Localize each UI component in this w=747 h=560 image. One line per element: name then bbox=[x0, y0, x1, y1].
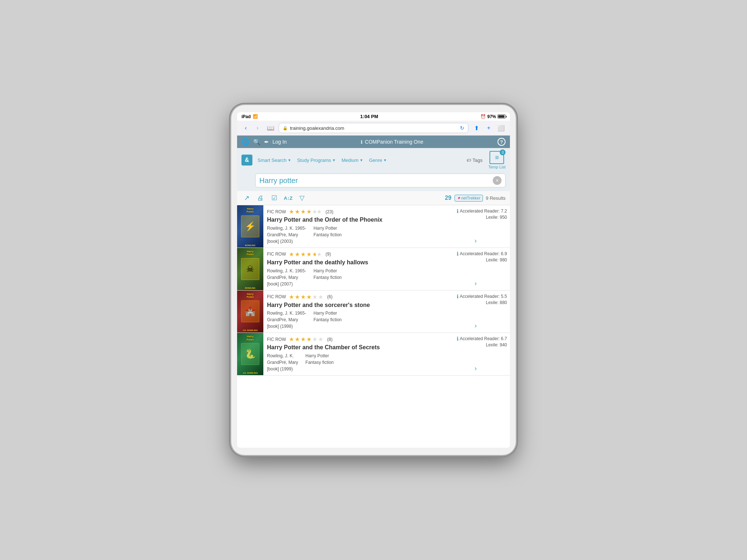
cover-brand-2: ROWLING bbox=[237, 287, 263, 289]
study-programs-filter[interactable]: Study Programs ▼ bbox=[295, 157, 338, 164]
print-button[interactable]: 🖨 bbox=[255, 193, 266, 203]
share-button[interactable]: ⬆ bbox=[471, 123, 481, 133]
result-top-4: FIC ROW ★ ★ ★ ★ ★ ★ (8) bbox=[267, 336, 441, 343]
author-4: Rowling, J. K. bbox=[267, 353, 298, 359]
nettrekker-badge[interactable]: ✦ netTrekker bbox=[454, 195, 483, 202]
temp-list-icon: ≡ 0 bbox=[489, 151, 504, 164]
genre-filter[interactable]: Genre ▼ bbox=[367, 157, 389, 164]
star-4-5: ★ bbox=[312, 336, 317, 343]
lexile-1: Lexile: 950 bbox=[486, 215, 507, 220]
result-meta-2: Rowling, J. K. 1965- GrandPré, Mary [boo… bbox=[267, 268, 441, 287]
reload-button[interactable]: ↻ bbox=[460, 125, 464, 131]
smart-search-arrow: ▼ bbox=[287, 158, 291, 162]
star-2-3: ★ bbox=[301, 251, 306, 258]
chevron-right-2[interactable]: › bbox=[475, 280, 477, 287]
meta-col-series-2: Harry Potter Fantasy fiction bbox=[313, 268, 341, 287]
stars-3: ★ ★ ★ ★ ★ ★ bbox=[289, 293, 323, 300]
translate-icon[interactable]: ✒ bbox=[264, 139, 269, 145]
review-count-4: (8) bbox=[327, 337, 333, 342]
search-input[interactable] bbox=[259, 176, 493, 185]
star-3-1: ★ bbox=[289, 293, 294, 300]
filter-button[interactable]: ▽ bbox=[297, 193, 307, 203]
browser-actions: ⬆ + ⬜ bbox=[471, 123, 506, 133]
result-top-1: FIC ROW ★ ★ ★ ★ ★ ★ (23) bbox=[267, 208, 441, 215]
meta-col-author-3: Rowling, J. K. 1965- GrandPre, Mary [boo… bbox=[267, 310, 306, 330]
result-item-3[interactable]: HarryPotter 🏰 J.K. ROWLING FIC ROW ★ ★ bbox=[237, 291, 510, 333]
lexile-2: Lexile: 980 bbox=[486, 257, 507, 262]
header-search-icon[interactable]: 🔍 bbox=[253, 139, 260, 145]
back-button[interactable]: ‹ bbox=[241, 123, 251, 133]
result-title-2: Harry Potter and the deathly hallows bbox=[267, 259, 441, 267]
url-text: training.goalexandria.com bbox=[290, 125, 458, 131]
star-3-3: ★ bbox=[301, 293, 306, 300]
result-category-1: FIC ROW bbox=[267, 209, 286, 214]
search-filters: Smart Search ▼ Study Programs ▼ Medium ▼… bbox=[255, 157, 483, 164]
results-count-area: 29 ✦ netTrekker 9 Results bbox=[445, 195, 506, 202]
wifi-icon: 📶 bbox=[253, 114, 258, 119]
lexile-3: Lexile: 880 bbox=[486, 300, 507, 305]
star-3-6: ★ bbox=[318, 293, 323, 300]
login-button[interactable]: Log In bbox=[272, 139, 287, 145]
sort-button[interactable]: A↕Z bbox=[283, 193, 293, 203]
result-item-4[interactable]: HarryPotter 🐍 J.K. ROWLING FIC ROW ★ ★ bbox=[237, 333, 510, 376]
result-item-2[interactable]: HarryPotter ☠ ROWLING FIC ROW ★ ★ bbox=[237, 248, 510, 291]
alarm-icon: ⏰ bbox=[480, 114, 486, 119]
browser-nav: ‹ › bbox=[241, 123, 263, 133]
book-cover-4: HarryPotter 🐍 J.K. ROWLING bbox=[237, 333, 263, 375]
ar-info-icon-3: ℹ bbox=[457, 293, 458, 299]
chevron-right-3[interactable]: › bbox=[475, 322, 477, 330]
meta-col-author-4: Rowling, J. K. GrandPré, Mary [book] (19… bbox=[267, 353, 298, 372]
author-1: Rowling, J. K. 1965- bbox=[267, 225, 306, 232]
star-3-4: ★ bbox=[306, 293, 311, 300]
lexile-row-4: Lexile: 940 bbox=[486, 342, 507, 347]
chevron-right-4[interactable]: › bbox=[475, 365, 477, 372]
book-cover-2: HarryPotter ☠ ROWLING bbox=[237, 248, 263, 290]
star-4-1: ★ bbox=[289, 336, 294, 343]
result-category-2: FIC ROW bbox=[267, 252, 286, 257]
star-2-6: ★ bbox=[317, 251, 322, 258]
help-button[interactable]: ? bbox=[498, 138, 506, 146]
ar-row-2: ℹ Accelerated Reader: 6.9 bbox=[457, 251, 507, 257]
checklist-button[interactable]: ☑ bbox=[269, 193, 279, 203]
forward-button[interactable]: › bbox=[252, 123, 263, 133]
star-1-6: ★ bbox=[317, 208, 322, 215]
lexile-row-2: Lexile: 980 bbox=[486, 257, 507, 262]
search-clear-button[interactable]: × bbox=[493, 176, 502, 185]
star-2-4: ★ bbox=[306, 251, 311, 258]
medium-filter[interactable]: Medium ▼ bbox=[340, 157, 365, 164]
smart-search-filter[interactable]: Smart Search ▼ bbox=[255, 157, 293, 164]
reading-info-1: ℹ Accelerated Reader: 7.2 Lexile: 950 bbox=[457, 208, 507, 220]
star-2-1: ★ bbox=[289, 251, 294, 258]
cover-brand-3: J.K. ROWLING bbox=[237, 329, 263, 331]
globe-icon[interactable]: 🌐 bbox=[241, 138, 249, 146]
tags-button[interactable]: 🏷 Tags bbox=[467, 158, 482, 163]
result-top-2: FIC ROW ★ ★ ★ ★ ★ ★ (9) bbox=[267, 251, 441, 258]
tabs-button[interactable]: ⬜ bbox=[496, 123, 506, 133]
lock-icon: 🔒 bbox=[283, 126, 288, 131]
temp-list-badge: 0 bbox=[500, 149, 506, 155]
series-1: Harry Potter bbox=[313, 225, 341, 232]
result-meta-3: Rowling, J. K. 1965- GrandPre, Mary [boo… bbox=[267, 310, 441, 330]
temp-list-button[interactable]: ≡ 0 Temp List bbox=[488, 151, 506, 169]
export-button[interactable]: ↗ bbox=[241, 193, 252, 203]
tags-icon: 🏷 bbox=[467, 158, 471, 163]
url-bar[interactable]: 🔒 training.goalexandria.com ↻ bbox=[279, 123, 468, 133]
star-3-2: ★ bbox=[295, 293, 300, 300]
format-2: [book] (2007) bbox=[267, 281, 306, 287]
result-right-1: ℹ Accelerated Reader: 7.2 Lexile: 950 › bbox=[444, 205, 510, 248]
star-1-4: ★ bbox=[306, 208, 311, 215]
app-header: 🌐 🔍 ✒ Log In ℹ COMPanion Training One ? bbox=[237, 136, 510, 148]
result-category-4: FIC ROW bbox=[267, 337, 286, 342]
result-title-1: Harry Potter and the Order of the Phoeni… bbox=[267, 216, 441, 224]
genre-3: Fantasy fiction bbox=[313, 316, 341, 323]
ar-info-icon-1: ℹ bbox=[457, 208, 458, 214]
stars-1: ★ ★ ★ ★ ★ ★ bbox=[289, 208, 322, 215]
star-4-2: ★ bbox=[295, 336, 300, 343]
chevron-right-1[interactable]: › bbox=[475, 237, 477, 245]
result-item[interactable]: HarryPotter ⚡ ROWLING FIC ROW ★ ★ bbox=[237, 205, 510, 248]
genre-2: Fantasy fiction bbox=[313, 274, 341, 281]
cover-brand-1: ROWLING bbox=[237, 244, 263, 246]
result-right-3: ℹ Accelerated Reader: 5.5 Lexile: 880 › bbox=[444, 291, 510, 333]
new-tab-button[interactable]: + bbox=[484, 123, 494, 133]
bookmarks-button[interactable]: 📖 bbox=[266, 123, 276, 133]
